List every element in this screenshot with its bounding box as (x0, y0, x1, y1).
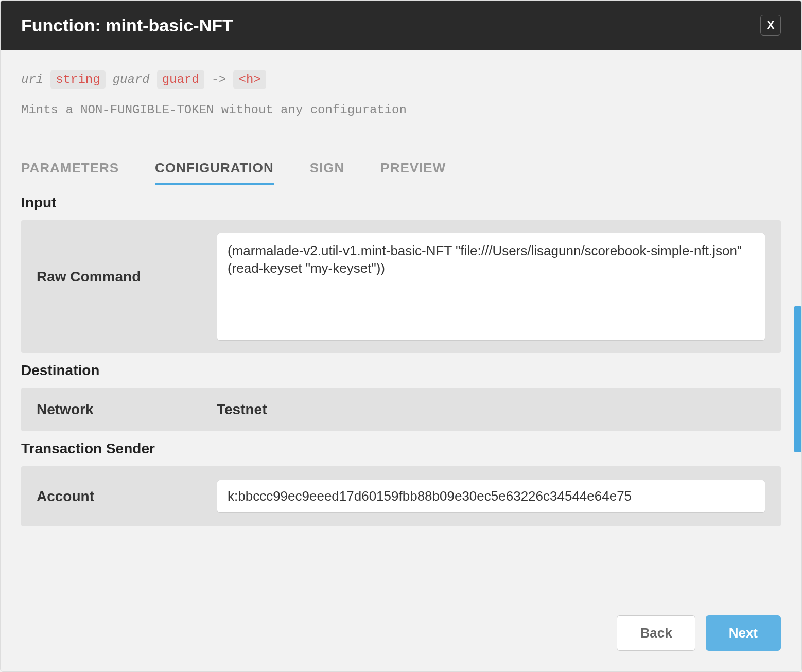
param-name: uri (21, 73, 43, 86)
account-row: Account (21, 466, 781, 526)
tab-preview[interactable]: PREVIEW (380, 153, 446, 185)
function-modal: Function: mint-basic-NFT X uri string gu… (0, 0, 802, 672)
back-button[interactable]: Back (617, 615, 695, 651)
return-type: <h> (233, 70, 266, 89)
network-row: Network Testnet (21, 388, 781, 431)
modal-title: Function: mint-basic-NFT (21, 15, 233, 36)
tab-parameters[interactable]: PARAMETERS (21, 153, 119, 185)
account-input[interactable] (217, 480, 765, 513)
network-value: Testnet (217, 401, 267, 418)
modal-body: uri string guard guard -> <h> Mints a NO… (1, 50, 801, 601)
tab-bar: PARAMETERS CONFIGURATION SIGN PREVIEW (21, 153, 781, 185)
function-description: Mints a NON-FUNGIBLE-TOKEN without any c… (21, 103, 781, 117)
close-button[interactable]: X (760, 15, 781, 36)
section-title-destination: Destination (21, 362, 781, 379)
tab-sign[interactable]: SIGN (310, 153, 345, 185)
param-type: string (50, 70, 105, 89)
raw-command-row: Raw Command (21, 220, 781, 353)
network-label: Network (37, 401, 217, 418)
raw-command-label: Raw Command (37, 233, 217, 285)
section-title-input: Input (21, 194, 781, 211)
modal-footer: Back Next (1, 601, 801, 671)
section-title-sender: Transaction Sender (21, 440, 781, 457)
scrollbar-thumb[interactable] (794, 306, 801, 452)
account-label: Account (37, 488, 217, 505)
close-icon: X (767, 19, 775, 32)
modal-header: Function: mint-basic-NFT X (1, 1, 801, 50)
raw-command-input[interactable] (217, 233, 765, 341)
tab-configuration[interactable]: CONFIGURATION (155, 153, 274, 185)
next-button[interactable]: Next (706, 615, 781, 651)
function-signature: uri string guard guard -> <h> (21, 70, 781, 89)
arrow-icon: -> (212, 73, 226, 86)
param-name: guard (113, 73, 150, 86)
param-type: guard (157, 70, 204, 89)
